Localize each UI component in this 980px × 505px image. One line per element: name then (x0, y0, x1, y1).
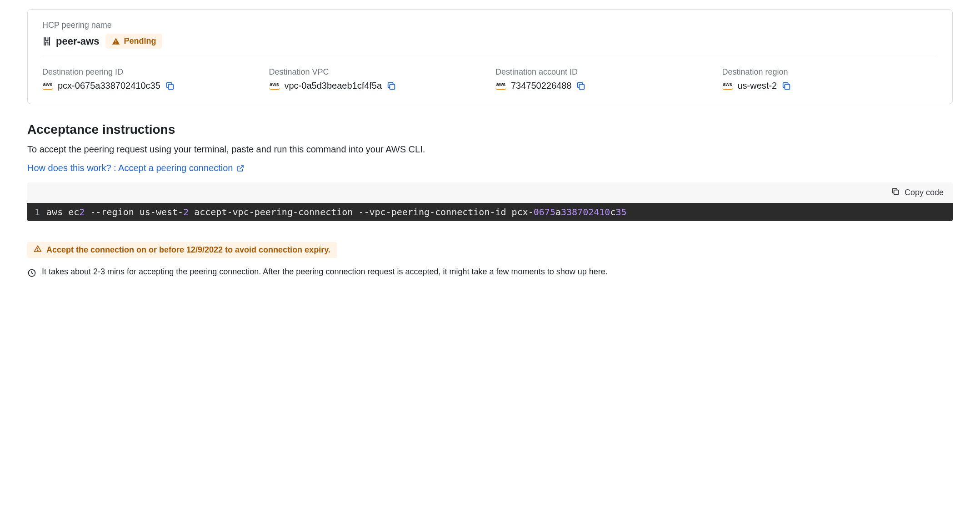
line-number: 1 (35, 207, 40, 217)
timing-info-text: It takes about 2-3 mins for accepting th… (42, 267, 608, 277)
aws-icon: aws (495, 82, 506, 90)
aws-icon: aws (722, 82, 733, 90)
field-label: Destination peering ID (42, 67, 258, 77)
code-block: Copy code 1 aws ec2 --region us-west-2 a… (27, 182, 953, 221)
instructions-body: To accept the peering request using your… (27, 144, 953, 155)
field-destination-account-id: Destination account ID aws 734750226488 (495, 67, 711, 91)
link-text: How does this work? : Accept a peering c… (27, 163, 233, 173)
status-badge: Pending (105, 34, 162, 49)
svg-rect-4 (894, 190, 899, 195)
peering-name-label: HCP peering name (42, 20, 938, 30)
aws-icon: aws (269, 82, 280, 90)
svg-point-5 (37, 250, 38, 251)
peering-name-row: peer-aws Pending (42, 34, 938, 58)
copy-icon[interactable] (165, 81, 175, 91)
svg-rect-3 (785, 84, 790, 89)
external-link-icon (236, 164, 245, 172)
field-destination-vpc: Destination VPC aws vpc-0a5d3beaeb1cf4f5… (269, 67, 485, 91)
field-value: us-west-2 (738, 81, 777, 91)
copy-code-button[interactable]: Copy code (891, 187, 944, 198)
field-value: pcx-0675a338702410c35 (58, 81, 160, 91)
field-value: 734750226488 (511, 81, 571, 91)
instructions-heading: Acceptance instructions (27, 122, 953, 137)
warning-icon (112, 37, 120, 45)
copy-code-label: Copy code (905, 188, 944, 197)
timing-info: It takes about 2-3 mins for accepting th… (27, 267, 953, 278)
field-value: vpc-0a5d3beaeb1cf4f5a (285, 81, 382, 91)
copy-icon[interactable] (576, 81, 586, 91)
peering-name-text: peer-aws (56, 35, 99, 47)
warning-icon (34, 245, 42, 255)
how-does-this-work-link[interactable]: How does this work? : Accept a peering c… (27, 163, 245, 173)
peering-details-grid: Destination peering ID aws pcx-0675a3387… (42, 67, 938, 91)
expiry-alert: Accept the connection on or before 12/9/… (27, 242, 337, 258)
field-destination-region: Destination region aws us-west-2 (722, 67, 938, 91)
hashicorp-icon (42, 37, 51, 46)
field-destination-peering-id: Destination peering ID aws pcx-0675a3387… (42, 67, 258, 91)
code-line: aws ec2 --region us-west-2 accept-vpc-pe… (46, 207, 626, 217)
peering-card: HCP peering name peer-aws Pending Destin… (27, 9, 953, 104)
expiry-alert-text: Accept the connection on or before 12/9/… (46, 245, 330, 255)
clock-icon (27, 267, 36, 278)
code-toolbar: Copy code (27, 182, 953, 203)
svg-rect-2 (580, 84, 585, 89)
field-label: Destination region (722, 67, 938, 77)
copy-icon[interactable] (386, 81, 396, 91)
aws-icon: aws (42, 82, 53, 90)
peering-name: peer-aws (42, 35, 99, 47)
field-label: Destination account ID (495, 67, 711, 77)
copy-icon[interactable] (781, 81, 791, 91)
clipboard-icon (891, 187, 900, 198)
code-body[interactable]: 1 aws ec2 --region us-west-2 accept-vpc-… (27, 203, 953, 221)
field-label: Destination VPC (269, 67, 485, 77)
svg-rect-1 (390, 84, 395, 89)
status-badge-text: Pending (124, 36, 156, 46)
svg-rect-0 (168, 84, 173, 89)
